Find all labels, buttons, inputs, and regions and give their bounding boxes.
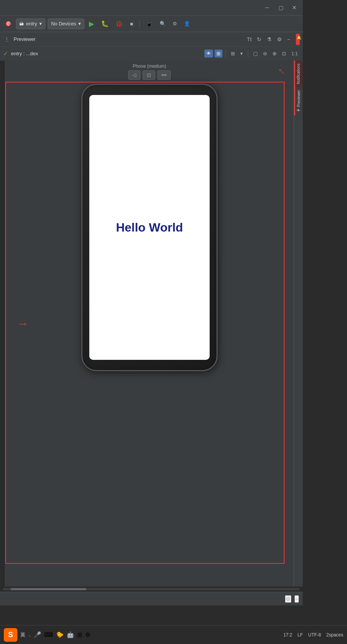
entry-label: entry xyxy=(26,21,37,26)
refresh-icon: ↻ xyxy=(257,36,261,42)
menu-icon: ⋮ xyxy=(4,36,9,42)
device-nav-bar: ◁ ⊡ ••• xyxy=(128,70,171,80)
stop-button[interactable]: ■ xyxy=(128,19,135,28)
no-devices-dropdown[interactable]: No Devices ▾ xyxy=(48,19,84,29)
device-icon: 📱 xyxy=(146,20,153,27)
ratio-label: 1:1 xyxy=(289,50,300,58)
grid-icon: ⊞ xyxy=(231,51,235,56)
encoding: UTF-8 xyxy=(308,632,321,638)
previewer-tab-label[interactable]: 👁 Previewer xyxy=(295,87,302,115)
taskbar-special2-button[interactable]: 🤖 xyxy=(67,631,74,638)
zoom-out-button[interactable]: ⊖ xyxy=(261,50,269,58)
panel-minimize-button[interactable]: − xyxy=(286,35,291,44)
zoom-in-button[interactable]: ⊕ xyxy=(271,50,279,58)
taskbar-settings-button[interactable]: ⚙ xyxy=(85,631,90,638)
eye-icon: 👁 xyxy=(206,51,211,56)
target-icon-button[interactable]: 🎯 xyxy=(3,19,14,28)
bottom-bar: ⚙ − xyxy=(0,592,303,605)
no-devices-label: No Devices xyxy=(51,21,76,26)
taskbar-keyboard-button[interactable]: ⌨ xyxy=(44,631,53,638)
hello-world-text: Hello World xyxy=(116,221,183,235)
taskbar-mic-button[interactable]: 🎤 xyxy=(34,631,41,638)
chevron-down-icon: ▾ xyxy=(240,51,243,56)
mic-icon: 🎤 xyxy=(34,632,41,638)
main-toolbar: 🎯 🏔 entry ▾ No Devices ▾ ▶ 🐛 🐞 ■ 📱 🔍 xyxy=(0,15,303,32)
left-arrow: → xyxy=(17,317,29,331)
eye-button[interactable]: 👁 xyxy=(204,50,213,58)
no-devices-arrow: ▾ xyxy=(78,21,81,26)
line-ending: LF xyxy=(297,632,303,638)
maximize-button[interactable]: ▢ xyxy=(277,4,285,11)
taskbar-language[interactable]: 英 xyxy=(20,632,25,638)
device-manager-button[interactable]: 📱 xyxy=(143,19,155,29)
phone-device: Hello World xyxy=(81,84,218,371)
page-background: ─ ▢ ✕ 🎯 🏔 entry ▾ No Devices ▾ ▶ 🐛 🐞 ■ xyxy=(0,0,347,644)
check-icon: ✓ xyxy=(3,50,8,57)
rotate-button[interactable]: ⊡ xyxy=(143,70,155,80)
frame-button[interactable]: ▢ xyxy=(251,50,260,58)
profile-icon: 👤 xyxy=(184,21,190,26)
entry-dropdown[interactable]: 🏔 entry ▾ xyxy=(16,19,45,29)
previewer-panel-header: ⋮ Previewer Tt ↻ ⚗ ⚙ − 🔔 xyxy=(0,32,303,46)
filter-button[interactable]: ⚗ xyxy=(266,35,273,44)
search-button[interactable]: 🔍 xyxy=(157,19,168,28)
phone-screen: Hello World xyxy=(89,95,210,360)
profile-button[interactable]: 👤 xyxy=(182,19,192,28)
grid-button[interactable]: ⊞ xyxy=(229,50,237,58)
font-icon: Tt xyxy=(247,36,251,42)
status-bar: 17:2 LF UTF-8 2spaces xyxy=(283,632,343,638)
settings-button[interactable]: ⚙ xyxy=(170,19,179,28)
previewer-tab-container[interactable]: 👁 Previewer xyxy=(294,87,303,115)
scroll-track xyxy=(3,588,300,590)
bottom-gear-icon: ⚙ xyxy=(286,596,291,602)
more-button[interactable]: ••• xyxy=(157,70,171,80)
layers-icon: ⊞ xyxy=(216,51,221,56)
notifications-tab-label[interactable]: Notifications xyxy=(295,61,302,87)
font-button[interactable]: Tt xyxy=(246,35,252,44)
debug-button[interactable]: 🐛 xyxy=(99,19,111,29)
toolbar-divider2 xyxy=(248,50,248,58)
left-sidebar xyxy=(0,61,5,586)
preview-content: Phone (medium) ◁ ⊡ ••• → ↑ xyxy=(5,61,294,586)
panel-settings-button[interactable]: ⚙ xyxy=(276,35,283,44)
module-icon: 🏔 xyxy=(19,21,24,26)
target-icon: 🎯 xyxy=(5,21,11,26)
taskbar-special1-button[interactable]: 🐤 xyxy=(56,631,64,638)
special1-icon: 🐤 xyxy=(56,632,64,638)
close-button[interactable]: ✕ xyxy=(291,4,298,11)
panel-settings-icon: ⚙ xyxy=(277,36,282,42)
bottom-minus-button[interactable]: − xyxy=(294,595,299,603)
minimize-button[interactable]: ─ xyxy=(263,4,271,11)
previewer-tab-eye-icon: 👁 xyxy=(296,109,301,112)
refresh-button[interactable]: ↻ xyxy=(256,35,263,44)
keyboard-icon: ⌨ xyxy=(44,632,53,638)
scroll-thumb[interactable] xyxy=(11,588,86,590)
panel-minimize-icon: − xyxy=(287,36,290,42)
bell-icon: 🔔 xyxy=(296,35,302,40)
taskbar-grid-icon: ⊞ xyxy=(77,632,82,638)
horizontal-scrollbar[interactable] xyxy=(0,586,303,592)
taskbar-s-button[interactable]: S xyxy=(4,628,17,642)
special2-icon: 🤖 xyxy=(67,632,74,638)
layers-button[interactable]: ⊞ xyxy=(215,50,223,58)
previewer-title: Previewer xyxy=(14,36,243,42)
fit-button[interactable]: ⊡ xyxy=(280,50,288,58)
taskbar-dot-separator: ·, xyxy=(28,633,31,637)
play-button[interactable]: ▶ xyxy=(87,18,96,30)
window-controls: ─ ▢ ✕ xyxy=(263,4,298,11)
device-label: Phone (medium) xyxy=(133,61,166,70)
preview-area: Phone (medium) ◁ ⊡ ••• → ↑ xyxy=(0,61,303,586)
gear-icon: ⚙ xyxy=(173,21,177,26)
bottom-minus-icon: − xyxy=(295,596,298,602)
back-button[interactable]: ◁ xyxy=(128,70,140,80)
taskbar-grid-button[interactable]: ⊞ xyxy=(77,631,82,638)
fit-icon: ⊡ xyxy=(282,51,286,56)
title-bar: ─ ▢ ✕ xyxy=(0,0,303,15)
notifications-tab-container[interactable]: Notifications xyxy=(294,61,303,87)
debug2-button[interactable]: 🐞 xyxy=(113,19,125,29)
grid-dropdown-button[interactable]: ▾ xyxy=(238,50,245,58)
menu-button[interactable]: ⋮ xyxy=(3,35,11,44)
filter-icon: ⚗ xyxy=(267,36,272,42)
zoom-in-icon: ⊕ xyxy=(272,51,277,56)
bottom-settings-button[interactable]: ⚙ xyxy=(285,595,291,603)
